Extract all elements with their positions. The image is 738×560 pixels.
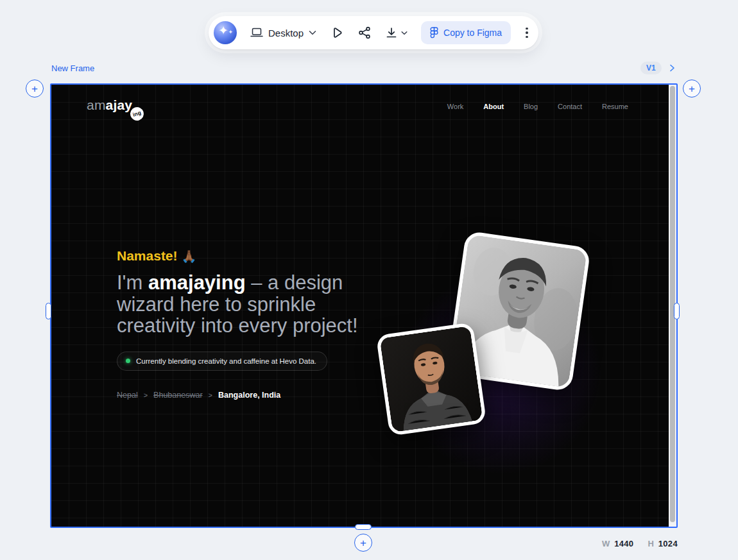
location-breadcrumb: Nepal > Bhubaneswar > Bangalore, India bbox=[117, 391, 373, 400]
laptop-icon bbox=[250, 28, 263, 38]
download-options-chevron-icon[interactable] bbox=[401, 31, 408, 35]
width-value[interactable]: 1440 bbox=[614, 539, 633, 548]
nav-item-resume[interactable]: Resume bbox=[602, 103, 628, 110]
crumb-bangalore: Bangalore, India bbox=[218, 391, 280, 400]
design-frame[interactable]: amajaying Work About Blog Contact Resume… bbox=[50, 83, 678, 528]
copy-to-figma-label: Copy to Figma bbox=[443, 28, 502, 38]
download-button[interactable] bbox=[385, 26, 408, 39]
version-chevron-right-icon[interactable] bbox=[669, 64, 675, 72]
resize-handle-left[interactable] bbox=[46, 303, 51, 319]
add-frame-below-button[interactable]: + bbox=[354, 534, 372, 552]
chevron-down-icon bbox=[309, 30, 316, 35]
site-header: amajaying Work About Blog Contact Resume bbox=[51, 85, 669, 124]
site-nav: Work About Blog Contact Resume bbox=[447, 103, 628, 110]
resize-handle-bottom[interactable] bbox=[355, 524, 372, 530]
hero-section: Namaste!🙏🏾 I'm amajaying – a design wiza… bbox=[117, 248, 373, 400]
more-options-icon[interactable] bbox=[524, 26, 529, 40]
status-pill: Currently blending creativity and caffei… bbox=[117, 352, 327, 371]
logo-bold: ajay bbox=[106, 98, 133, 112]
status-green-dot bbox=[126, 359, 130, 363]
resize-handle-right[interactable] bbox=[674, 303, 680, 319]
version-row: V1 bbox=[640, 62, 675, 74]
device-label: Desktop bbox=[268, 28, 304, 38]
frame-dimensions: W 1440 H 1024 bbox=[602, 539, 678, 548]
width-label: W bbox=[602, 539, 610, 548]
share-icon[interactable] bbox=[357, 26, 372, 40]
crumb-nepal: Nepal bbox=[117, 391, 138, 400]
frame-name-label[interactable]: New Frame bbox=[51, 64, 94, 73]
preview-toolbar: ✦ ✦ Desktop bbox=[209, 16, 538, 49]
height-label: H bbox=[648, 539, 653, 548]
hero-name-highlight: amajaying bbox=[148, 271, 246, 294]
figma-icon bbox=[430, 27, 438, 38]
portrait-photo-small bbox=[376, 322, 487, 436]
add-frame-left-button[interactable]: + bbox=[26, 80, 44, 98]
crumb-bhubaneswar: Bhubaneswar bbox=[153, 391, 202, 400]
site-canvas: amajaying Work About Blog Contact Resume… bbox=[51, 85, 669, 527]
portrait-small-illustration bbox=[379, 326, 483, 432]
nav-item-contact[interactable]: Contact bbox=[558, 103, 582, 110]
nav-item-about[interactable]: About bbox=[483, 103, 504, 110]
assistant-sparkle-icon[interactable]: ✦ ✦ bbox=[214, 21, 237, 44]
crumb-separator: > bbox=[144, 391, 148, 399]
nav-item-blog[interactable]: Blog bbox=[524, 103, 538, 110]
folded-hands-emoji: 🙏🏾 bbox=[182, 250, 197, 263]
height-value[interactable]: 1024 bbox=[658, 539, 678, 548]
nav-item-work[interactable]: Work bbox=[447, 103, 463, 110]
logo-prefix: am bbox=[87, 98, 106, 112]
hero-greeting: Namaste!🙏🏾 bbox=[117, 248, 373, 264]
add-frame-right-button[interactable]: + bbox=[683, 80, 701, 98]
play-preview-button[interactable] bbox=[330, 26, 344, 40]
hero-headline: I'm amajaying – a design wizard here to … bbox=[117, 272, 368, 337]
crumb-separator: > bbox=[209, 391, 212, 399]
version-badge[interactable]: V1 bbox=[640, 62, 662, 74]
copy-to-figma-button[interactable]: Copy to Figma bbox=[421, 21, 511, 44]
device-selector[interactable]: Desktop bbox=[250, 28, 316, 38]
status-text: Currently blending creativity and caffei… bbox=[136, 357, 316, 365]
site-logo[interactable]: amajaying bbox=[87, 98, 144, 121]
